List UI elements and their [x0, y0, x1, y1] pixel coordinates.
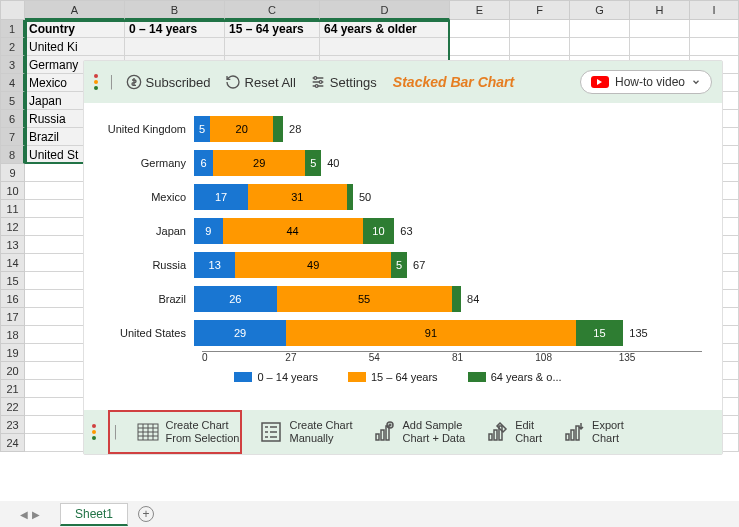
row-header[interactable]: 8	[0, 146, 25, 164]
create-chart-from-selection-button[interactable]: Create ChartFrom Selection	[132, 417, 244, 447]
row-header[interactable]: 6	[0, 110, 25, 128]
column-header[interactable]: F	[510, 0, 570, 20]
cell[interactable]	[510, 20, 570, 38]
row-header[interactable]: 5	[0, 92, 25, 110]
svg-point-3	[315, 85, 318, 88]
cell[interactable]: 15 – 64 years	[225, 20, 320, 38]
export-icon	[562, 420, 586, 444]
cell[interactable]	[225, 38, 320, 56]
bar-segment[interactable]: 5	[194, 116, 210, 142]
column-header[interactable]: A	[25, 0, 125, 20]
bar-segment[interactable]: 49	[235, 252, 391, 278]
cell[interactable]	[690, 20, 739, 38]
row-header[interactable]: 10	[0, 182, 25, 200]
row-header[interactable]: 7	[0, 128, 25, 146]
legend-item[interactable]: 15 – 64 years	[348, 371, 438, 383]
row-header[interactable]: 2	[0, 38, 25, 56]
column-header[interactable]: C	[225, 0, 320, 20]
bar-segment[interactable]	[452, 286, 462, 312]
subscribed-button[interactable]: Subscribed	[122, 72, 215, 92]
bar-total-label: 28	[289, 123, 301, 135]
howto-video-button[interactable]: How-to video	[580, 70, 712, 94]
legend-item[interactable]: 64 years & o...	[468, 371, 562, 383]
category-label: Russia	[94, 259, 194, 271]
cell[interactable]	[450, 38, 510, 56]
row-header[interactable]: 9	[0, 164, 25, 182]
cell[interactable]	[630, 20, 690, 38]
settings-button[interactable]: Settings	[306, 72, 381, 92]
sheet-nav-arrows[interactable]: ◀▶	[20, 509, 40, 520]
row-header[interactable]: 15	[0, 272, 25, 290]
svg-rect-10	[489, 434, 492, 440]
row-header[interactable]: 21	[0, 380, 25, 398]
bar-segment[interactable]: 9	[194, 218, 223, 244]
reset-all-button[interactable]: Reset All	[221, 72, 300, 92]
bar-segment[interactable]: 17	[194, 184, 248, 210]
row-header[interactable]: 23	[0, 416, 25, 434]
row-header[interactable]: 19	[0, 344, 25, 362]
row-header[interactable]: 24	[0, 434, 25, 452]
cell[interactable]	[125, 38, 225, 56]
svg-rect-7	[381, 430, 384, 440]
cell[interactable]: 0 – 14 years	[125, 20, 225, 38]
column-header[interactable]: G	[570, 0, 630, 20]
cell[interactable]	[570, 38, 630, 56]
bar-segment[interactable]: 55	[277, 286, 452, 312]
edit-chart-button[interactable]: EditChart	[481, 417, 546, 447]
add-sample-chart-button[interactable]: Add SampleChart + Data	[368, 417, 469, 447]
cell[interactable]	[510, 38, 570, 56]
row-header[interactable]: 13	[0, 236, 25, 254]
cell[interactable]	[450, 20, 510, 38]
row-header[interactable]: 18	[0, 326, 25, 344]
row-header[interactable]: 4	[0, 74, 25, 92]
row-header[interactable]: 14	[0, 254, 25, 272]
divider: │	[112, 425, 120, 439]
bar-segment[interactable]: 15	[576, 320, 624, 346]
column-header[interactable]: D	[320, 0, 450, 20]
bar-segment[interactable]: 29	[213, 150, 305, 176]
row-header[interactable]: 1	[0, 20, 25, 38]
row-header[interactable]: 17	[0, 308, 25, 326]
bar-segment[interactable]	[347, 184, 353, 210]
legend-item[interactable]: 0 – 14 years	[234, 371, 318, 383]
column-header[interactable]: H	[630, 0, 690, 20]
row-header[interactable]: 11	[0, 200, 25, 218]
select-all-corner[interactable]	[0, 0, 25, 20]
column-header[interactable]: I	[690, 0, 739, 20]
drag-handle-icon[interactable]	[94, 74, 98, 90]
bar-segment[interactable]: 10	[363, 218, 395, 244]
cell[interactable]: 64 years & older	[320, 20, 450, 38]
bar-segment[interactable]: 5	[391, 252, 407, 278]
add-sheet-button[interactable]: +	[138, 506, 154, 522]
row-header[interactable]: 22	[0, 398, 25, 416]
bar-segment[interactable]: 13	[194, 252, 235, 278]
row-header[interactable]: 3	[0, 56, 25, 74]
export-chart-button[interactable]: ExportChart	[558, 417, 628, 447]
cell[interactable]	[570, 20, 630, 38]
bar-segment[interactable]	[273, 116, 283, 142]
cell[interactable]	[630, 38, 690, 56]
column-header[interactable]: E	[450, 0, 510, 20]
sheet-tab-sheet1[interactable]: Sheet1	[60, 503, 128, 526]
bar-segment[interactable]: 29	[194, 320, 286, 346]
cell[interactable]	[690, 38, 739, 56]
chart-area[interactable]: United Kingdom52028Germany629540Mexico17…	[84, 103, 722, 413]
bar-segment[interactable]: 31	[248, 184, 347, 210]
chevron-down-icon	[691, 77, 701, 87]
cell[interactable]: United Ki	[25, 38, 125, 56]
create-chart-manually-button[interactable]: Create ChartManually	[255, 417, 356, 447]
bar-segment[interactable]: 26	[194, 286, 277, 312]
bar-segment[interactable]: 20	[210, 116, 274, 142]
cell[interactable]	[320, 38, 450, 56]
legend-swatch	[348, 372, 366, 382]
bar-segment[interactable]: 6	[194, 150, 213, 176]
drag-handle-icon[interactable]	[92, 424, 96, 440]
row-header[interactable]: 20	[0, 362, 25, 380]
bar-segment[interactable]: 44	[223, 218, 363, 244]
bar-segment[interactable]: 91	[286, 320, 575, 346]
column-header[interactable]: B	[125, 0, 225, 20]
bar-segment[interactable]: 5	[305, 150, 321, 176]
row-header[interactable]: 16	[0, 290, 25, 308]
row-header[interactable]: 12	[0, 218, 25, 236]
cell[interactable]: Country	[25, 20, 125, 38]
